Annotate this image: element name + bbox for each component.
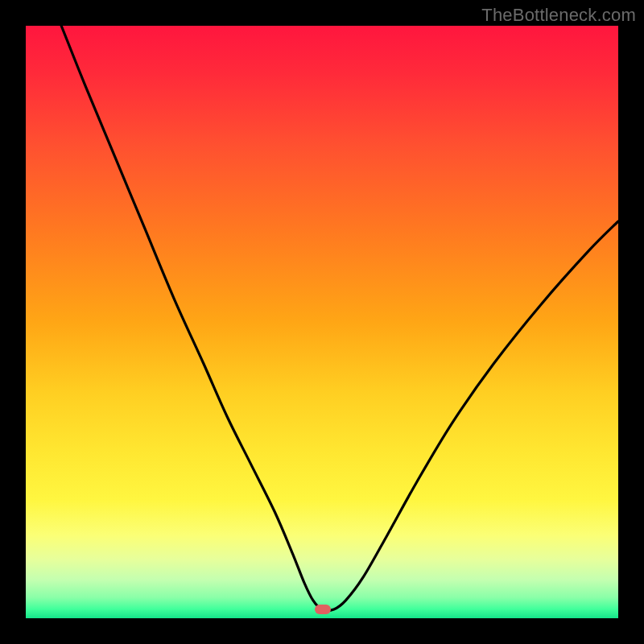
- minimum-marker: [315, 605, 331, 614]
- chart-stage: TheBottleneck.com: [0, 0, 644, 644]
- bottleneck-curve: [26, 26, 618, 618]
- plot-area: [26, 26, 618, 618]
- watermark-text: TheBottleneck.com: [481, 5, 636, 26]
